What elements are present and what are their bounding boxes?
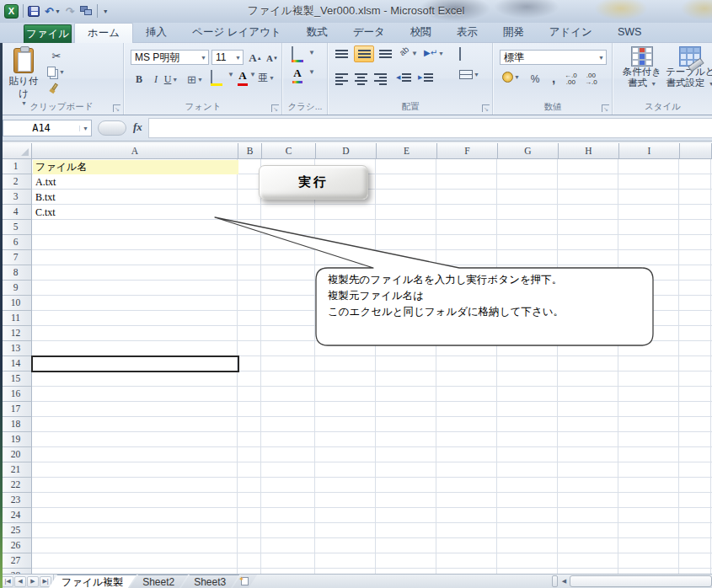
column-header-E[interactable]: E [377,143,437,159]
tab-数式[interactable]: 数式 [294,23,340,43]
column-header-A[interactable]: A [32,143,238,159]
row-header-3[interactable]: 3 [0,190,32,205]
align-bottom-button[interactable] [379,50,392,58]
select-all-corner[interactable] [0,143,32,159]
chevron-down-icon[interactable]: ▼ [228,71,234,78]
tab-SWS[interactable]: SWS [605,23,654,43]
sheet-tab-ファイル複製[interactable]: ファイル複製 [48,575,137,588]
name-box[interactable]: A14 ▼ [3,120,92,136]
column-header-F[interactable]: F [437,143,498,159]
accounting-format-button[interactable]: ▼ [502,72,520,83]
run-button[interactable]: 実行 [259,165,368,200]
bold-button[interactable]: B [131,72,147,87]
row-header-22[interactable]: 22 [0,478,32,493]
row-header-10[interactable]: 10 [0,296,32,311]
comma-style-button[interactable]: , [546,70,561,85]
column-header-I[interactable]: I [619,143,680,159]
underline-button[interactable]: U▼ [163,72,179,87]
cell-a1[interactable]: ファイル名 [33,160,238,174]
row-header-23[interactable]: 23 [0,493,32,508]
row-header-11[interactable]: 11 [0,311,32,326]
column-header-D[interactable]: D [316,143,377,159]
tab-split-handle[interactable] [552,575,558,587]
phonetic-button[interactable]: 亜▼ [258,70,275,85]
row-header-12[interactable]: 12 [0,326,32,341]
chevron-down-icon[interactable]: ▼ [249,71,256,78]
row-header-13[interactable]: 13 [0,341,32,356]
row-header-2[interactable]: 2 [0,174,32,190]
cell-a4[interactable]: C.txt [33,206,238,220]
column-header-H[interactable]: H [559,143,619,159]
tab-表示[interactable]: 表示 [444,23,490,43]
row-header-18[interactable]: 18 [0,417,32,432]
row-header-25[interactable]: 25 [0,523,32,538]
row-header-9[interactable]: 9 [0,281,32,296]
wrap-cells-button[interactable] [459,48,461,60]
scroll-left-arrow[interactable]: ◀ [559,575,570,587]
tab-file[interactable]: ファイル [24,24,72,43]
cell-a2[interactable]: A.txt [33,175,238,190]
prev-sheet-button[interactable]: ◀ [14,576,26,587]
tab-開発[interactable]: 開発 [490,23,537,43]
tab-データ[interactable]: データ [340,23,398,43]
dialog-launcher-icon[interactable]: ↘ [113,104,120,112]
chevron-down-icon[interactable]: ▼ [308,49,315,56]
copy-button[interactable]: ▼ [47,67,65,77]
increase-decimal-button[interactable]: ←.0.00 [565,72,577,86]
row-header-8[interactable]: 8 [0,265,32,281]
font-size-combo[interactable]: 11▼ [211,50,244,65]
align-left-button[interactable] [335,73,348,85]
row-header-24[interactable]: 24 [0,508,32,523]
dialog-launcher-icon[interactable]: ↘ [482,104,490,112]
active-cell-border[interactable] [31,355,239,372]
cell-a3[interactable]: B.txt [33,190,238,205]
font-color-button[interactable]: A [238,69,248,86]
column-header-C[interactable]: C [262,143,316,159]
row-header-4[interactable]: 4 [0,205,32,220]
tab-校閲[interactable]: 校閲 [398,23,444,43]
decrease-indent-button[interactable]: ◀ [396,73,411,82]
row-header-17[interactable]: 17 [0,402,32,417]
italic-button[interactable]: I [148,72,163,87]
row-header-27[interactable]: 27 [0,553,32,569]
percent-style-button[interactable]: % [527,72,543,87]
tab-ページ レイアウト[interactable]: ページ レイアウト [179,23,294,43]
classic-fill-button[interactable] [292,47,303,62]
scrollbar-thumb[interactable] [570,575,712,587]
align-center-button[interactable] [355,73,367,85]
dialog-launcher-icon[interactable]: ↘ [602,104,609,112]
row-header-1[interactable]: 1 [0,159,32,174]
align-middle-button[interactable] [354,45,374,62]
classic-font-color-button[interactable]: A [292,67,302,83]
first-sheet-button[interactable]: |◀ [2,576,13,587]
orientation-button[interactable]: ab [398,45,411,58]
row-header-16[interactable]: 16 [0,387,32,402]
column-header-G[interactable]: G [498,143,559,159]
wrap-text-button[interactable]: ▶↵▼ [424,48,444,57]
align-right-button[interactable] [374,73,387,85]
chevron-down-icon[interactable]: ▼ [308,68,315,76]
font-name-combo[interactable]: MS P明朝▼ [131,50,209,65]
insert-function-button[interactable]: fx [133,120,142,134]
row-header-15[interactable]: 15 [0,372,32,387]
row-header-14[interactable]: 14 [0,356,32,372]
formula-input[interactable] [148,118,712,138]
last-sheet-button[interactable]: ▶| [40,576,51,587]
row-header-19[interactable]: 19 [0,432,32,447]
merge-center-button[interactable]: ▼ [459,70,479,79]
row-header-20[interactable]: 20 [0,447,32,462]
shrink-font-button[interactable]: A▼ [265,51,280,66]
align-top-button[interactable] [335,50,348,58]
decrease-decimal-button[interactable]: .00→.0 [585,72,597,86]
number-format-combo[interactable]: 標準▼ [500,50,607,65]
sheet-tab-Sheet2[interactable]: Sheet2 [129,575,188,588]
dialog-launcher-icon[interactable]: ↘ [271,104,279,112]
row-header-6[interactable]: 6 [0,235,32,250]
row-header-5[interactable]: 5 [0,220,32,235]
row-header-7[interactable]: 7 [0,250,32,265]
column-header-partial[interactable] [680,143,712,159]
increase-indent-button[interactable]: ▶ [418,73,433,82]
tab-アドイン[interactable]: アドイン [537,23,605,43]
conditional-formatting-button[interactable]: 条件付き書式 ▼ [620,46,664,89]
borders-button[interactable]: ⊞▼ [187,72,203,87]
